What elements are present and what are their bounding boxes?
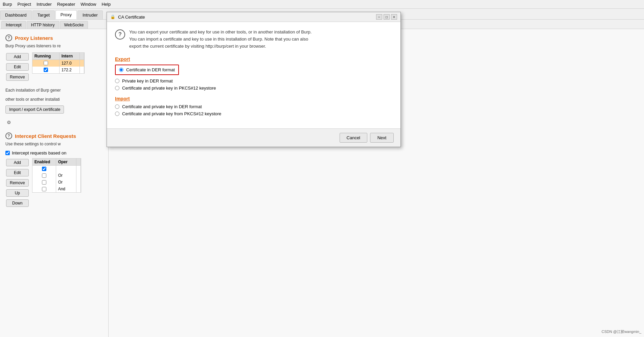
gear-icon: ⚙ [5, 119, 12, 126]
subtab-http-history[interactable]: HTTP history [27, 21, 59, 29]
listeners-btn-group: Add Edit Remove [5, 52, 29, 81]
subtab-intercept[interactable]: Intercept [1, 21, 26, 29]
down-intercept-btn[interactable]: Down [6, 199, 29, 207]
listener-running-2[interactable] [32, 67, 60, 73]
install-text-2: other tools or another installati [5, 97, 103, 102]
dialog-body: ? You can export your certificate and ke… [107, 22, 400, 128]
intercept-checkbox[interactable] [5, 151, 10, 155]
dialog-info-line3: export the current certificate by visiti… [129, 44, 266, 49]
menu-intruder[interactable]: Intruder [37, 2, 52, 7]
cert-pkcs12-radio[interactable] [115, 86, 119, 90]
col-intern: Intern [60, 53, 80, 59]
dialog-titlebar: 🔒 CA Certificate − □ × [107, 12, 400, 22]
dialog-info-text: You can export your certificate and key … [129, 29, 312, 50]
intercept-header: ? Intercept Client Requests [5, 133, 103, 139]
import-radio-group: Certificate and private key in DER forma… [115, 104, 392, 116]
intercept-enabled-2[interactable] [32, 172, 56, 179]
proxy-listeners-desc: Burp Proxy uses listeners to re [5, 43, 103, 49]
import-label: Import [115, 96, 392, 101]
intercept-row-2[interactable]: Or [32, 172, 81, 179]
cancel-button[interactable]: Cancel [340, 133, 367, 143]
intercept-desc: Use these settings to control w [5, 141, 103, 147]
import-export-ca-btn[interactable]: Import / export CA certificate [5, 105, 64, 114]
import-der-radio[interactable] [115, 104, 119, 109]
listener-row-2[interactable]: 172.2 [32, 67, 84, 73]
menu-window[interactable]: Window [80, 2, 96, 7]
remove-listener-btn[interactable]: Remove [6, 73, 29, 81]
proxy-listeners-header: ? Proxy Listeners [5, 34, 103, 41]
remove-intercept-btn[interactable]: Remove [6, 179, 29, 187]
intercept-val-2 [76, 172, 81, 179]
listener-extra-1 [80, 60, 84, 67]
intercept-oper-3: Or [56, 179, 76, 186]
intercept-title: Intercept Client Requests [15, 133, 76, 139]
menu-bar: Burp Project Intruder Repeater Window He… [0, 0, 644, 9]
import-pkcs12-radio[interactable] [115, 112, 119, 116]
add-listener-btn[interactable]: Add [6, 53, 29, 61]
up-intercept-btn[interactable]: Up [6, 189, 29, 197]
intercept-oper-2: Or [56, 172, 76, 179]
cert-der-label: Certificate in DER format [126, 67, 175, 72]
intercept-val-1 [76, 166, 81, 172]
col-running: Running [32, 53, 60, 59]
proxy-listeners-help-icon[interactable]: ? [5, 34, 12, 41]
menu-project[interactable]: Project [17, 2, 31, 7]
col-enabled: Enabled [32, 159, 56, 165]
listener-addr-1: 127.0 [60, 60, 80, 67]
listener-running-1[interactable] [32, 60, 60, 67]
intercept-enabled-4[interactable] [32, 186, 56, 192]
export-section: Export Certificate in DER format Private… [115, 56, 392, 91]
tab-proxy[interactable]: Proxy [55, 10, 77, 19]
intercept-section: ? Intercept Client Requests Use these se… [5, 133, 103, 212]
intercept-oper-4: And [56, 186, 76, 192]
dialog-info-line1: You can export your certificate and key … [129, 29, 312, 34]
menu-help[interactable]: Help [101, 2, 111, 7]
menu-burp[interactable]: Burp [3, 2, 12, 7]
intercept-val-4 [76, 186, 81, 192]
tab-intruder[interactable]: Intruder [77, 10, 103, 19]
import-pkcs12-label: Certificate and private key from PKCS#12… [122, 111, 221, 116]
intercept-btn-group: Add Edit Remove Up Down [5, 158, 29, 208]
listener-extra-2 [80, 67, 84, 73]
edit-listener-btn[interactable]: Edit [6, 63, 29, 71]
cert-der-highlighted: Certificate in DER format [115, 65, 179, 75]
listener-row-1[interactable]: 127.0 [32, 60, 84, 67]
import-option-1: Certificate and private key in DER forma… [115, 104, 392, 109]
dialog-footer: Cancel Next [107, 128, 400, 147]
col-oper: Oper [56, 159, 76, 165]
dialog-info: ? You can export your certificate and ke… [115, 29, 392, 50]
import-section: Import Certificate and private key in DE… [115, 96, 392, 116]
dialog-minimize-btn[interactable]: − [376, 14, 382, 20]
tab-dashboard[interactable]: Dashboard [0, 10, 32, 19]
dialog-title-icon: 🔒 [110, 15, 115, 19]
key-der-label: Private key in DER format [122, 78, 173, 83]
subtab-websocket[interactable]: WebSocke [60, 21, 88, 29]
ca-certificate-dialog: 🔒 CA Certificate − □ × ? You can export … [107, 12, 401, 147]
menu-repeater[interactable]: Repeater [57, 2, 75, 7]
dialog-info-line2: You can import a certificate and key to … [129, 37, 308, 42]
key-der-radio[interactable] [115, 79, 119, 83]
intercept-enabled-1[interactable] [32, 166, 56, 172]
intercept-enabled-3[interactable] [32, 179, 56, 186]
add-intercept-btn[interactable]: Add [6, 159, 29, 166]
dialog-close-btn[interactable]: × [391, 14, 397, 20]
edit-intercept-btn[interactable]: Edit [6, 169, 29, 176]
export-option-1-container: Certificate in DER format [115, 65, 392, 76]
intercept-row-1[interactable] [32, 166, 81, 172]
dialog-info-icon: ? [115, 29, 125, 40]
watermark: CSDN @江胶wangmin_ [601, 329, 641, 334]
intercept-help-icon[interactable]: ? [5, 133, 12, 139]
export-label: Export [115, 56, 392, 62]
intercept-table: Enabled Oper Or [32, 158, 81, 193]
cert-pkcs12-label: Certificate and private key in PKCS#12 k… [122, 86, 216, 91]
import-option-2: Certificate and private key from PKCS#12… [115, 111, 392, 116]
dialog-maximize-btn[interactable]: □ [384, 14, 390, 20]
tab-target[interactable]: Target [32, 10, 55, 19]
next-button[interactable]: Next [370, 133, 394, 143]
export-option-3: Certificate and private key in PKCS#12 k… [115, 86, 392, 91]
intercept-row-3[interactable]: Or [32, 179, 81, 186]
cert-der-radio[interactable] [119, 68, 123, 72]
dialog-controls: − □ × [376, 14, 397, 20]
export-radio-group: Certificate in DER format Private key in… [115, 65, 392, 91]
intercept-row-4[interactable]: And [32, 186, 81, 192]
